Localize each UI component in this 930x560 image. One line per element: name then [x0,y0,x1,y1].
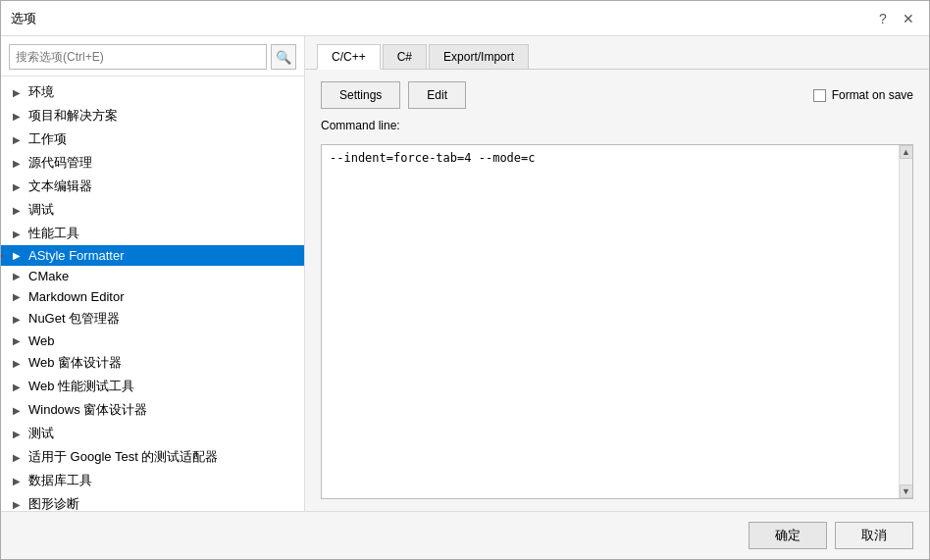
ok-button[interactable]: 确定 [749,522,827,549]
tree-item-label-cmake: CMake [28,269,296,283]
toolbar-row: Settings Edit Format on save [321,81,913,109]
tree-item-label-projects: 项目和解决方案 [28,107,296,125]
left-panel: 🔍 ▶环境▶项目和解决方案▶工作项▶源代码管理▶文本编辑器▶调试▶性能工具▶AS… [1,36,305,511]
tree-item-label-source: 源代码管理 [28,154,296,172]
tree-item-label-graphics: 图形诊断 [28,495,296,511]
content-area: Settings Edit Format on save Command lin… [305,70,929,511]
tree-item-projects[interactable]: ▶项目和解决方案 [1,104,304,127]
tree-item-label-debug: 调试 [28,201,296,219]
command-line-wrap: ▲ ▼ [321,144,913,499]
tab-cpp[interactable]: C/C++ [317,44,381,70]
tree-item-web[interactable]: ▶Web [1,331,304,351]
tree-item-label-googletest: 适用于 Google Test 的测试适配器 [28,448,296,466]
tree-item-label-env: 环境 [28,83,296,101]
tree-arrow-debug: ▶ [13,205,26,216]
help-button[interactable]: ? [872,8,894,29]
tree-arrow-webperf: ▶ [13,382,26,392]
tab-csharp[interactable]: C# [383,44,427,69]
command-line-label: Command line: [321,119,913,132]
tree-item-source[interactable]: ▶源代码管理 [1,151,304,175]
tree-arrow-markdown: ▶ [13,291,26,302]
tabs-bar: C/C++C#Export/Import [305,36,929,70]
scrollbar-up-arrow[interactable]: ▲ [900,145,913,159]
tree-item-env[interactable]: ▶环境 [1,80,304,104]
tree-item-label-markdown: Markdown Editor [28,289,296,304]
tree-item-perf[interactable]: ▶性能工具 [1,222,304,245]
tree-item-cmake[interactable]: ▶CMake [1,266,304,286]
dialog-title: 选项 [11,10,36,27]
tree-item-astyle[interactable]: ▶AStyle Formatter [1,245,304,266]
search-bar: 🔍 [1,36,304,76]
dialog-footer: 确定 取消 [1,511,929,559]
tree-arrow-dbtools: ▶ [13,476,26,486]
search-input[interactable] [9,44,267,70]
options-dialog: 选项 ? ✕ 🔍 ▶环境▶项目和解决方案▶工作项▶源代码管理▶文本编辑器▶调试▶… [0,0,930,560]
tree-arrow-nuget: ▶ [13,314,26,325]
tree-item-label-nuget: NuGet 包管理器 [28,310,296,328]
tree-item-googletest[interactable]: ▶适用于 Google Test 的测试适配器 [1,445,304,469]
settings-button[interactable]: Settings [321,81,400,109]
tree-arrow-perf: ▶ [13,229,26,239]
title-bar-controls: ? ✕ [872,8,919,29]
dialog-body: 🔍 ▶环境▶项目和解决方案▶工作项▶源代码管理▶文本编辑器▶调试▶性能工具▶AS… [1,36,929,511]
title-bar: 选项 ? ✕ [1,1,929,36]
scrollbar-down-arrow[interactable]: ▼ [900,484,913,498]
textarea-scrollbar: ▲ ▼ [899,145,912,498]
command-line-textarea[interactable] [322,145,912,498]
tree-arrow-projects: ▶ [13,111,26,122]
tree-arrow-work: ▶ [13,134,26,145]
tree-item-work[interactable]: ▶工作项 [1,127,304,151]
tree-item-debug[interactable]: ▶调试 [1,198,304,222]
search-icon: 🔍 [276,50,291,65]
format-on-save-checkbox[interactable] [813,89,826,102]
tree-arrow-env: ▶ [13,87,26,98]
tree-item-graphics[interactable]: ▶图形诊断 [1,492,304,511]
tree-list: ▶环境▶项目和解决方案▶工作项▶源代码管理▶文本编辑器▶调试▶性能工具▶ASty… [1,76,304,511]
close-button[interactable]: ✕ [898,8,919,29]
tree-arrow-test: ▶ [13,429,26,439]
tree-arrow-graphics: ▶ [13,499,26,510]
tree-arrow-cmake: ▶ [13,271,26,281]
right-panel: C/C++C#Export/Import Settings Edit Forma… [305,36,929,511]
tree-item-texteditor[interactable]: ▶文本编辑器 [1,175,304,198]
tree-arrow-googletest: ▶ [13,452,26,463]
tree-item-test[interactable]: ▶测试 [1,422,304,445]
tree-item-windesign[interactable]: ▶Windows 窗体设计器 [1,398,304,422]
tree-item-markdown[interactable]: ▶Markdown Editor [1,286,304,307]
tree-arrow-source: ▶ [13,158,26,169]
tree-item-label-webperf: Web 性能测试工具 [28,378,296,395]
format-on-save-container: Format on save [813,88,913,102]
tab-export[interactable]: Export/Import [429,44,529,69]
tree-item-nuget[interactable]: ▶NuGet 包管理器 [1,307,304,331]
tree-arrow-astyle: ▶ [13,250,26,261]
tree-item-label-web: Web [28,333,296,348]
edit-button[interactable]: Edit [408,81,466,109]
tree-item-label-test: 测试 [28,425,296,442]
tree-item-label-astyle: AStyle Formatter [28,248,296,263]
cancel-button[interactable]: 取消 [835,522,913,549]
tree-item-label-perf: 性能工具 [28,225,296,242]
tree-arrow-windesign: ▶ [13,405,26,416]
tree-arrow-texteditor: ▶ [13,181,26,192]
tree-arrow-webdesign: ▶ [13,358,26,369]
tree-arrow-web: ▶ [13,335,26,346]
tree-item-label-webdesign: Web 窗体设计器 [28,354,296,372]
tree-item-label-windesign: Windows 窗体设计器 [28,401,296,419]
tree-item-label-texteditor: 文本编辑器 [28,178,296,195]
search-icon-button[interactable]: 🔍 [271,44,296,70]
tree-item-webdesign[interactable]: ▶Web 窗体设计器 [1,351,304,375]
tree-item-webperf[interactable]: ▶Web 性能测试工具 [1,375,304,398]
tree-item-label-dbtools: 数据库工具 [28,472,296,489]
format-on-save-label: Format on save [832,88,913,102]
tree-item-dbtools[interactable]: ▶数据库工具 [1,469,304,492]
tree-item-label-work: 工作项 [28,130,296,148]
